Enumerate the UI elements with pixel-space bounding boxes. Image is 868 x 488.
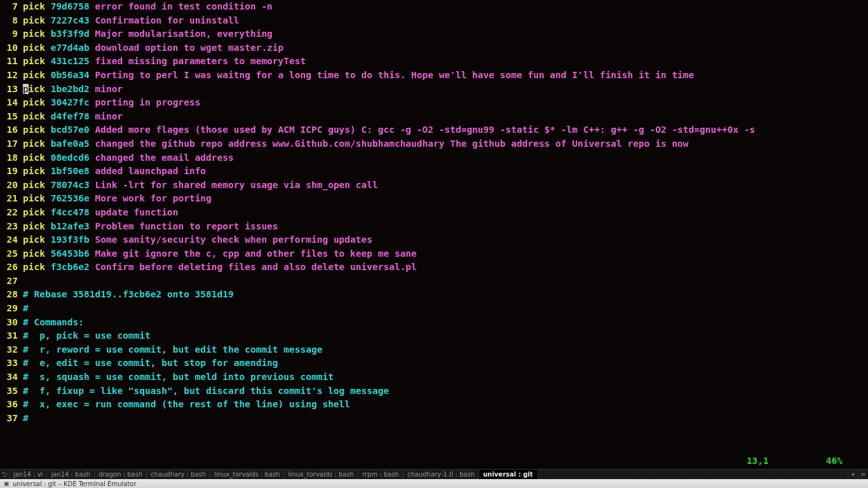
rebase-line[interactable]: 14 pick 30427fc porting in progress xyxy=(3,96,868,110)
rebase-line[interactable]: 24 pick 193f3fb Some sanity/security che… xyxy=(3,233,868,247)
terminal-tab[interactable]: universal : git xyxy=(478,470,536,479)
line-body: pick 56453b6 Make git ignore the c, cpp … xyxy=(23,247,417,261)
comment-text: # p, pick = use commit xyxy=(23,329,151,343)
terminal-tab[interactable]: dragon : bash xyxy=(94,470,146,479)
terminal-tab[interactable]: rrpm : bash xyxy=(358,470,403,479)
rebase-command: pick xyxy=(23,139,45,149)
comment-line[interactable]: 31 # p, pick = use commit xyxy=(3,329,868,343)
comment-line[interactable]: 27 xyxy=(3,274,868,288)
commit-message: Confirm before deleting files and also d… xyxy=(95,262,417,272)
comment-line[interactable]: 35 # f, fixup = like "squash", but disca… xyxy=(3,384,868,398)
line-number: 31 xyxy=(3,329,20,343)
line-body: pick 30427fc porting in progress xyxy=(23,96,200,110)
tabbar-scroll-down-icon[interactable]: ▾ xyxy=(848,471,858,478)
line-number: 15 xyxy=(3,110,20,124)
line-number: 26 xyxy=(3,261,20,274)
comment-line[interactable]: 30 # Commands: xyxy=(3,316,868,330)
comment-line[interactable]: 37 # xyxy=(3,412,868,426)
tabbar-menu-icon[interactable]: ≡ xyxy=(858,471,868,478)
rebase-command: pick xyxy=(23,56,45,66)
line-body: pick 7227c43 Confirmation for uninstall xyxy=(23,14,239,28)
comment-line[interactable]: 28 # Rebase 3581d19..f3cb6e2 onto 3581d1… xyxy=(3,288,868,302)
comment-text: # e, edit = use commit, but stop for ame… xyxy=(23,356,278,370)
rebase-line[interactable]: 19 pick 1bf50e8 added launchpad info xyxy=(3,165,868,179)
rebase-line[interactable]: 18 pick 08edcd6 changed the email addres… xyxy=(3,151,868,165)
rebase-line[interactable]: 8 pick 7227c43 Confirmation for uninstal… xyxy=(3,14,868,28)
line-body: pick d4fef78 minor xyxy=(23,110,123,124)
commit-message: Added more flages (those used by ACM ICP… xyxy=(95,125,756,135)
app-icon: ▣ xyxy=(2,479,11,488)
line-body: pick b12afe3 Problem function to report … xyxy=(23,220,278,234)
line-number: 10 xyxy=(3,41,20,55)
rebase-command: pick xyxy=(23,234,45,245)
rebase-line[interactable]: 10 pick e77d4ab download option to wget … xyxy=(3,41,868,55)
line-body: pick bafe0a5 changed the github repo add… xyxy=(23,137,689,151)
rebase-line[interactable]: 12 pick 0b56a34 Porting to perl I was wa… xyxy=(3,69,868,83)
line-number: 23 xyxy=(3,220,20,234)
rebase-line[interactable]: 22 pick f4cc478 update function xyxy=(3,206,868,220)
terminal-tab[interactable]: jan14 : bash xyxy=(46,470,94,479)
line-number: 17 xyxy=(3,137,20,151)
commit-message: Make git ignore the c, cpp and other fil… xyxy=(95,248,417,259)
comment-line[interactable]: 32 # r, reword = use commit, but edit th… xyxy=(3,343,868,357)
comment-line[interactable]: 33 # e, edit = use commit, but stop for … xyxy=(3,356,868,370)
rebase-line[interactable]: 21 pick 762536e More work for porting xyxy=(3,192,868,206)
terminal-tab[interactable]: linux_torvalds : bash xyxy=(210,470,283,479)
comment-line[interactable]: 29 # xyxy=(3,302,868,316)
rebase-line[interactable]: 20 pick 78074c3 Link -lrt for shared mem… xyxy=(3,179,868,193)
rebase-line[interactable]: 26 pick f3cb6e2 Confirm before deleting … xyxy=(3,261,868,274)
commit-sha: d4fef78 xyxy=(51,111,90,121)
line-number: 32 xyxy=(3,343,20,357)
line-body: pick 79d6758 error found in test conditi… xyxy=(23,0,273,14)
window-titlebar: ▣ universal : git – KDE Terminal Emulato… xyxy=(0,479,868,488)
rebase-line[interactable]: 15 pick d4fef78 minor xyxy=(3,110,868,124)
commit-sha: 762536e xyxy=(51,193,90,203)
rebase-line[interactable]: 16 pick bcd57e0 Added more flages (those… xyxy=(3,123,868,137)
terminal-tab[interactable]: linux_torvalds : bash xyxy=(284,470,358,479)
rebase-command: pick xyxy=(23,166,45,176)
commit-sha: 08edcd6 xyxy=(51,152,90,163)
line-number: 25 xyxy=(3,247,20,261)
line-body: pick 193f3fb Some sanity/security check … xyxy=(23,233,372,247)
line-body: pick 08edcd6 changed the email address xyxy=(23,151,234,165)
commit-sha: 79d6758 xyxy=(51,1,90,11)
rebase-command: pick xyxy=(23,1,45,11)
commit-sha: 56453b6 xyxy=(51,248,90,259)
comment-line[interactable]: 36 # x, exec = run command (the rest of … xyxy=(3,398,868,412)
comment-text: # r, reword = use commit, but edit the c… xyxy=(23,343,322,357)
rebase-command: pick xyxy=(23,221,45,231)
line-body: pick 762536e More work for porting xyxy=(23,192,212,206)
rebase-line[interactable]: 17 pick bafe0a5 changed the github repo … xyxy=(3,137,868,151)
terminal-tab[interactable]: jan14 : vi xyxy=(9,470,46,479)
commit-sha: bcd57e0 xyxy=(51,125,90,135)
commit-sha: f3cb6e2 xyxy=(51,262,90,272)
commit-sha: b3f3f9d xyxy=(51,29,90,39)
editor-viewport[interactable]: 7 pick 79d6758 error found in test condi… xyxy=(0,0,868,469)
line-number: 33 xyxy=(3,356,20,370)
rebase-line[interactable]: 23 pick b12afe3 Problem function to repo… xyxy=(3,220,868,234)
rebase-line[interactable]: 13 pick 1be2bd2 minor xyxy=(3,83,868,97)
commit-message: Confirmation for uninstall xyxy=(95,15,240,25)
rebase-line[interactable]: 11 pick 431c125 fixed missing parameters… xyxy=(3,55,868,69)
comment-line[interactable]: 34 # s, squash = use commit, but meld in… xyxy=(3,370,868,384)
terminal-tab[interactable]: chaudhary-1.0 : bash xyxy=(403,470,478,479)
commit-sha: 30427fc xyxy=(51,97,90,107)
comment-text: # s, squash = use commit, but meld into … xyxy=(23,370,334,384)
commit-message: fixed missing parameters to memoryTest xyxy=(95,56,306,66)
rebase-command: pick xyxy=(23,207,45,217)
new-tab-button[interactable]: ⮌ xyxy=(0,471,9,478)
rebase-line[interactable]: 7 pick 79d6758 error found in test condi… xyxy=(3,0,868,14)
line-number: 8 xyxy=(3,14,20,28)
vim-status-ruler: 13,1 46% xyxy=(747,456,868,469)
rebase-line[interactable]: 25 pick 56453b6 Make git ignore the c, c… xyxy=(3,247,868,261)
line-number: 20 xyxy=(3,179,20,193)
commit-message: Some sanity/security check when performi… xyxy=(95,234,373,245)
commit-sha: 1bf50e8 xyxy=(51,166,90,176)
commit-message: Major modularisation, everything xyxy=(95,29,273,39)
line-body: pick 431c125 fixed missing parameters to… xyxy=(23,55,306,69)
terminal-tab[interactable]: chaudhary : bash xyxy=(146,470,210,479)
window-title: universal : git – KDE Terminal Emulator xyxy=(13,480,137,487)
rebase-line[interactable]: 9 pick b3f3f9d Major modularisation, eve… xyxy=(3,27,868,41)
rebase-command: pick xyxy=(23,70,45,80)
commit-message: error found in test condition -n xyxy=(95,1,273,11)
